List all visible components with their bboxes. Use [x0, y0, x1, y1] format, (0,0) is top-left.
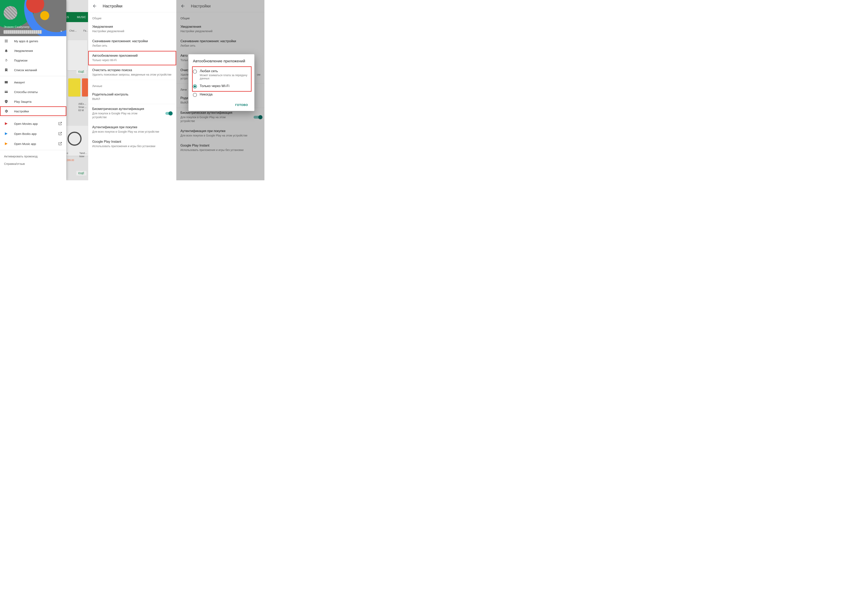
play-movies-icon — [4, 121, 9, 126]
drawer-item-help[interactable]: Справка/отзыв — [0, 161, 66, 169]
page-title: Настройки — [191, 4, 211, 9]
setting-instant: Google Play Instant Использовать приложе… — [176, 141, 264, 155]
radio-label: Никогда — [200, 92, 213, 96]
toggle-switch[interactable] — [165, 111, 173, 115]
more-badge-2: ЕЩЁ — [76, 171, 86, 176]
setting-purchase-auth[interactable]: Аутентификация при покупке Для всех поку… — [88, 123, 176, 137]
avatar[interactable] — [4, 6, 17, 20]
drawer-item-label: Play Защита — [14, 100, 31, 103]
done-button[interactable]: ГОТОВО — [233, 102, 250, 108]
bg-app-snapchat — [68, 78, 80, 96]
shield-icon — [4, 99, 9, 104]
radio-any-network[interactable]: Любая сеть Может взиматься плата за пере… — [193, 67, 250, 82]
drawer-item-account[interactable]: Аккаунт — [0, 77, 66, 87]
drawer-item-settings[interactable]: Настройки — [0, 107, 66, 116]
bg-label-price: 289.00 — [67, 159, 74, 161]
dialog-title: Автообновление приложений — [193, 59, 250, 64]
drawer-item-label: Open Music app — [14, 142, 36, 145]
account-icon — [4, 80, 9, 84]
divider — [0, 150, 66, 150]
drawer-item-label: My apps & games — [14, 39, 38, 43]
setting-biometric[interactable]: Биометрическая аутентификация Для покупо… — [88, 104, 176, 123]
setting-auto-update[interactable]: Автообновление приложений Только через W… — [88, 51, 176, 65]
drawer-item-label: Подписки — [14, 59, 28, 62]
more-badge-1: ЕЩЁ — [76, 70, 86, 74]
bg-label-yand: Yand… — [79, 152, 87, 155]
drawer-item-label: Аккаунт — [14, 81, 25, 84]
launch-icon — [58, 142, 62, 146]
drawer-item-my-apps[interactable]: My apps & games — [0, 36, 66, 46]
back-icon — [180, 4, 185, 9]
gear-icon — [4, 109, 9, 113]
setting-notifications[interactable]: Уведомления Настройки уведомлений — [88, 22, 176, 36]
appbar: Настройки — [176, 0, 264, 12]
user-name: Энакин Скайуокер — [4, 25, 30, 28]
setting-title: Родительский контроль — [92, 92, 172, 96]
radio-wifi-only[interactable]: Только через Wi-Fi — [193, 82, 250, 90]
setting-subtitle: ВЫКЛ — [92, 97, 172, 101]
screenshot-dialog: Настройки Общие Уведомления Настройки ув… — [176, 0, 264, 180]
bg-label-family: Fa… — [83, 30, 88, 32]
drawer-item-books-app[interactable]: Open Books app — [0, 129, 66, 139]
divider — [0, 76, 66, 76]
bg-label-o: o — [67, 152, 68, 155]
bg-label-lister: lister — [79, 155, 84, 158]
drawer-item-label: Список желаний — [14, 68, 37, 72]
drawer-item-wishlist[interactable]: Список желаний — [0, 65, 66, 75]
setting-parental[interactable]: Родительский контроль ВЫКЛ — [88, 90, 176, 104]
bg-label-aliex: AliEx… — [78, 102, 86, 105]
setting-subtitle: Настройки уведомлений — [92, 30, 172, 33]
drawer-item-label: Способы оплаты — [14, 90, 38, 94]
radio-icon — [193, 93, 197, 97]
section-general: Общие — [88, 12, 176, 22]
drawer-item-payment[interactable]: Способы оплаты — [0, 87, 66, 97]
setting-subtitle: Удалить поисковые запросы, введенные на … — [92, 73, 172, 77]
tab-music: MUSIC — [77, 15, 86, 19]
drawer-item-movies-app[interactable]: Open Movies app — [0, 118, 66, 129]
bg-app-aliexpress — [82, 78, 88, 96]
setting-subtitle: Использовать приложения и игры без устан… — [92, 144, 172, 148]
setting-subtitle: Любая сеть — [92, 44, 172, 47]
back-icon[interactable] — [92, 4, 97, 9]
navigation-drawer: Энакин Скайуокер My apps & games Уведомл… — [0, 0, 66, 180]
drawer-item-notifications[interactable]: Уведомления — [0, 46, 66, 55]
setting-title: Аутентификация при покупке — [92, 125, 172, 129]
setting-title: Автообновление приложений — [92, 54, 172, 58]
radio-sublabel: Может взиматься плата за передачу данных — [200, 74, 250, 80]
setting-clear-search[interactable]: Очистить историю поиска Удалить поисковы… — [88, 65, 176, 80]
drawer-header[interactable]: Энакин Скайуокер — [0, 0, 66, 36]
bg-card — [67, 40, 87, 70]
drawer-item-play-protect[interactable]: Play Защита — [0, 97, 66, 107]
section-general: Общие — [176, 12, 264, 22]
user-email-blurred — [4, 30, 42, 34]
setting-download-pref[interactable]: Скачивание приложения: настройки Любая с… — [88, 36, 176, 51]
bell-icon — [4, 49, 9, 53]
launch-icon — [58, 132, 62, 136]
drawer-item-label: Настройки — [14, 110, 29, 113]
play-books-icon — [4, 132, 9, 136]
drawer-item-music-app[interactable]: Open Music app — [0, 139, 66, 149]
toggle-switch — [253, 115, 261, 119]
screenshot-settings: Настройки Общие Уведомления Настройки ув… — [88, 0, 176, 180]
section-personal: Личные — [88, 80, 176, 90]
bg-card-2 — [66, 126, 88, 156]
page-title: Настройки — [103, 4, 123, 9]
card-icon — [4, 90, 9, 94]
setting-purchase-auth: Аутентификация при покупке Для всех поку… — [176, 126, 264, 141]
radio-never[interactable]: Никогда — [193, 90, 250, 99]
setting-subtitle: Только через Wi-Fi — [92, 58, 172, 62]
setting-notifications: Уведомления Настройки уведомлений — [176, 22, 264, 36]
drawer-item-promo[interactable]: Активировать промокод — [0, 151, 66, 161]
radio-icon — [193, 70, 197, 74]
refresh-icon — [4, 58, 9, 62]
drawer-item-label: Уведомления — [14, 49, 33, 52]
setting-title: Google Play Instant — [92, 140, 172, 144]
drawer-item-subscriptions[interactable]: Подписки — [0, 55, 66, 65]
drawer-item-label: Open Books app — [14, 132, 37, 136]
chevron-down-icon[interactable] — [59, 29, 63, 33]
screenshot-drawer: KS MUSIC Choi… Fa… ЕЩЁ AliEx… Smar… 63 M… — [0, 0, 88, 180]
setting-instant[interactable]: Google Play Instant Использовать приложе… — [88, 137, 176, 151]
appbar: Настройки — [88, 0, 176, 12]
setting-title: Очистить историю поиска — [92, 68, 172, 72]
drawer-item-label: Open Movies app — [14, 122, 38, 126]
